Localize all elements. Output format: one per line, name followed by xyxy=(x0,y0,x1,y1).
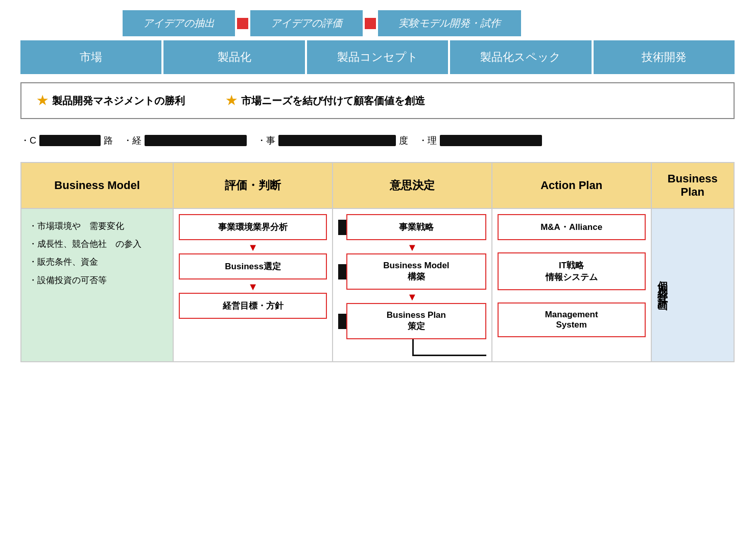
process-box-market: 市場 xyxy=(20,40,161,74)
process-box-ideas-extract: アイデアの抽出 xyxy=(123,10,235,36)
redact-bar-2 xyxy=(145,135,247,146)
bottom-connector-col2 xyxy=(338,339,486,355)
arrow-2-2: ▼ xyxy=(338,292,486,302)
flow-row2-1: 事業戦略 xyxy=(338,214,486,240)
process-box-techdev: 技術開発 xyxy=(594,40,735,74)
flow-row2-3: Business Plan 策定 xyxy=(338,303,486,339)
flow-box-1-1: 事業環境業界分析 xyxy=(179,214,327,240)
red-square-1 xyxy=(237,18,248,29)
redact-suffix-3: 度 xyxy=(399,134,408,147)
right-col-text: 個別経営計画 xyxy=(657,273,669,297)
flow-col3: M&A・Alliance IT戦略 情報システム Management Syst… xyxy=(492,208,651,362)
redacted-item-2: ・経 xyxy=(123,134,247,147)
process-row2: 市場 製品化 製品コンセプト 製品化スペック 技術開発 xyxy=(20,40,735,74)
left-item-3: ・販売条件、資金 xyxy=(29,255,166,269)
process-box-ideas-eval: アイデアの評価 xyxy=(250,10,363,36)
flow-box-3-2: IT戦略 情報システム xyxy=(498,252,646,290)
goal-2-text: 市場ニーズを結び付けて顧客価値を創造 xyxy=(241,94,425,108)
goal-1-text: 製品開発マネジメントの勝利 xyxy=(52,94,185,108)
red-square-2 xyxy=(365,18,376,29)
spacer-3-1 xyxy=(498,242,646,252)
h-line-col2 xyxy=(412,355,486,356)
flow-row2-2: Business Model 構築 xyxy=(338,253,486,290)
header-col4: Action Plan xyxy=(492,162,651,208)
redacted-row: ・C 路 ・経 ・事 度 ・理 xyxy=(20,134,735,147)
flow-col2: 事業戦略 ▼ Business Model 構築 ▼ Business Plan… xyxy=(333,208,492,362)
header-col1: Business Model xyxy=(21,162,173,208)
redact-bar-1 xyxy=(39,135,101,146)
process-box-experiment: 実験モデル開発・試作 xyxy=(378,10,521,36)
goals-section: ★ 製品開発マネジメントの勝利 ★ 市場ニーズを結び付けて顧客価値を創造 xyxy=(20,82,735,119)
flow-row3-1: M&A・Alliance xyxy=(498,214,646,240)
redacted-item-4: ・理 xyxy=(418,134,542,147)
flow-box-3-3: Management System xyxy=(498,302,646,337)
header-col5: Business Plan xyxy=(651,162,734,208)
process-box-concept: 製品コンセプト xyxy=(307,40,448,74)
flow-col1: 事業環境業界分析 ▼ Business選定 ▼ 経営目標・方針 xyxy=(173,208,333,362)
black-square-2-2 xyxy=(338,264,346,279)
left-item-1: ・市場環境や 需要変化 xyxy=(29,219,166,233)
flow-row3-2: IT戦略 情報システム xyxy=(498,252,646,290)
header-col3: 意思決定 xyxy=(333,162,492,208)
flow-box-3-1: M&A・Alliance xyxy=(498,214,646,240)
left-col: ・市場環境や 需要変化 ・成長性、競合他社 の参入 ・販売条件、資金 ・設備投資… xyxy=(21,208,173,362)
left-item-4: ・設備投資の可否等 xyxy=(29,273,166,287)
process-box-commercialize: 製品化 xyxy=(163,40,304,74)
redacted-item-1: ・C 路 xyxy=(20,134,113,147)
bullet-1: ・C xyxy=(20,134,36,147)
arrow-2-1: ▼ xyxy=(338,242,486,252)
bullet-2: ・経 xyxy=(123,134,141,147)
redact-bar-4 xyxy=(440,135,542,146)
black-square-2-1 xyxy=(338,220,346,235)
redacted-item-3: ・事 度 xyxy=(257,134,408,147)
top-section: アイデアの抽出 アイデアの評価 実験モデル開発・試作 市場 製品化 製品コンセプ… xyxy=(20,10,735,74)
flow-box-2-2: Business Model 構築 xyxy=(346,253,486,290)
header-col2: 評価・判断 xyxy=(173,162,333,208)
star-icon-2: ★ xyxy=(226,94,237,108)
right-col: 個別経営計画 xyxy=(651,208,734,362)
goal-2: ★ 市場ニーズを結び付けて顧客価値を創造 xyxy=(226,94,425,108)
flow-box-1-3: 経営目標・方針 xyxy=(179,293,327,319)
redact-suffix-1: 路 xyxy=(104,134,113,147)
flow-row3-3: Management System xyxy=(498,302,646,337)
v-line-col2 xyxy=(412,339,414,355)
goal-1: ★ 製品開発マネジメントの勝利 xyxy=(37,94,185,108)
flow-box-2-3: Business Plan 策定 xyxy=(346,303,486,339)
arrow-1-2: ▼ xyxy=(179,282,327,292)
process-box-spec: 製品化スペック xyxy=(450,40,591,74)
content-row: ・市場環境や 需要変化 ・成長性、競合他社 の参入 ・販売条件、資金 ・設備投資… xyxy=(21,208,734,362)
process-row1: アイデアの抽出 アイデアの評価 実験モデル開発・試作 xyxy=(123,10,735,36)
main-table: Business Model 評価・判断 意思決定 Action Plan Bu… xyxy=(20,162,735,362)
star-icon-1: ★ xyxy=(37,94,48,108)
spacer-3-2 xyxy=(498,292,646,302)
black-square-2-3 xyxy=(338,314,346,329)
flow-box-1-2: Business選定 xyxy=(179,253,327,279)
flow-box-2-1: 事業戦略 xyxy=(346,214,486,240)
bullet-3: ・事 xyxy=(257,134,275,147)
left-item-2: ・成長性、競合他社 の参入 xyxy=(29,237,166,251)
redact-bar-3 xyxy=(278,135,396,146)
header-row: Business Model 評価・判断 意思決定 Action Plan Bu… xyxy=(21,162,734,208)
bullet-4: ・理 xyxy=(418,134,437,147)
arrow-1-1: ▼ xyxy=(179,242,327,252)
